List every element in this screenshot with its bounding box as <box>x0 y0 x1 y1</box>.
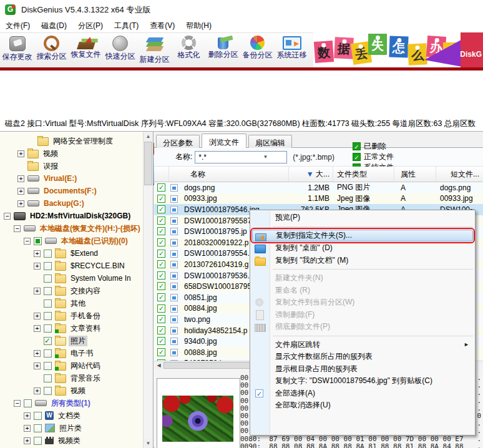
toolbar-button-8[interactable]: 备份分区 <box>240 33 275 68</box>
tree-checkbox[interactable] <box>44 337 52 345</box>
header-type-column[interactable]: 文件类型 <box>333 167 394 182</box>
tree-item[interactable]: +$RECYCLE.BIN <box>0 260 153 272</box>
header-name-column[interactable]: 名称 <box>169 167 289 182</box>
toolbar-button-4[interactable]: 快速分区 <box>103 33 137 68</box>
ad-banner[interactable]: 数据丢失怎么办! DiskG <box>313 32 483 67</box>
filter-checkbox-正常文件[interactable]: ✓正常文件 <box>353 152 394 162</box>
context-menu-item[interactable]: 复制到 "桌面" (D) <box>250 242 475 255</box>
expand-plus-icon[interactable]: + <box>24 425 31 432</box>
tree-scrollbar-thumb[interactable] <box>144 142 152 185</box>
checkbox-checked-icon[interactable]: ✓ <box>353 142 361 150</box>
expand-plus-icon[interactable]: + <box>17 175 24 182</box>
expand-plus-icon[interactable]: + <box>34 313 41 319</box>
row-checkbox[interactable]: ✓ <box>157 195 165 203</box>
tree-checkbox[interactable] <box>44 299 52 308</box>
row-checkbox[interactable]: ✓ <box>157 326 165 334</box>
tree-item[interactable]: −HD2:MsftVirtualDisk(320GB) <box>0 210 153 222</box>
tree-checkbox[interactable] <box>44 324 52 333</box>
tree-item[interactable]: −本地磁盘(恢复文件)(H:)-(损坏) <box>0 222 153 235</box>
tree-checkbox[interactable] <box>34 237 42 245</box>
toolbar-button-1[interactable]: 保存更改 <box>0 33 34 68</box>
header-size-column[interactable]: ▼ 大... <box>289 167 333 182</box>
tree-checkbox[interactable] <box>34 412 42 420</box>
collapse-minus-icon[interactable]: − <box>24 238 31 245</box>
tree-item[interactable]: +电子书 <box>0 347 153 359</box>
collapse-minus-icon[interactable]: − <box>14 400 21 407</box>
toolbar-button-5[interactable]: 新建分区 <box>137 33 172 68</box>
row-checkbox[interactable]: ✓ <box>157 304 165 313</box>
context-menu-item[interactable]: 全部取消选择(U) <box>250 399 475 412</box>
tree-checkbox[interactable] <box>44 275 52 283</box>
menubar-item[interactable]: 查看(V) <box>144 19 180 32</box>
tree-checkbox[interactable] <box>44 362 52 370</box>
expand-plus-icon[interactable]: + <box>34 263 41 270</box>
tree-item[interactable]: +$Extend <box>0 247 153 260</box>
expand-plus-icon[interactable]: + <box>24 412 31 419</box>
tree-item[interactable]: +交接内容 <box>0 285 153 297</box>
checkbox-checked-icon[interactable]: ✓ <box>353 153 361 161</box>
expand-plus-icon[interactable]: + <box>34 363 41 369</box>
row-checkbox[interactable]: ✓ <box>157 238 165 246</box>
tree-checkbox[interactable] <box>44 262 52 270</box>
tree-item[interactable]: −所有类型(1) <box>0 397 153 409</box>
tree-item[interactable]: +文章资料 <box>0 322 153 334</box>
chevron-down-icon[interactable]: ▼ <box>241 154 286 160</box>
toolbar-button-3[interactable]: 恢复文件 <box>69 33 103 68</box>
tree-item[interactable]: +视频 <box>0 147 153 160</box>
tree-checkbox[interactable] <box>44 387 52 395</box>
tree-item[interactable]: +视频类 <box>0 434 153 447</box>
expand-plus-icon[interactable]: + <box>34 350 41 357</box>
tree-checkbox[interactable] <box>44 374 52 382</box>
row-checkbox[interactable]: ✓ <box>157 260 165 268</box>
collapse-minus-icon[interactable]: − <box>4 213 11 220</box>
scroll-up-arrow-icon[interactable]: ▲ <box>144 132 153 141</box>
tree-item[interactable]: −本地磁盘(已识别)(0) <box>0 235 153 247</box>
row-checkbox[interactable]: ✓ <box>157 205 165 213</box>
tree-checkbox[interactable] <box>34 437 42 445</box>
table-row[interactable]: ✓dogs.png1.2MBPNG 图片Adogs.png <box>154 182 483 193</box>
context-menu-item[interactable]: 预览(P) <box>250 212 475 224</box>
menubar-item[interactable]: 磁盘(D) <box>36 19 72 32</box>
tree-item[interactable]: +网站代码 <box>0 359 153 372</box>
row-checkbox[interactable]: ✓ <box>157 217 165 225</box>
header-shortname-column[interactable]: 短文件... <box>436 167 483 182</box>
context-menu-item[interactable]: 复制到指定文件夹(S)... <box>252 230 473 242</box>
tree-item[interactable]: 照片 <box>0 334 153 347</box>
menubar-item[interactable]: 文件(F) <box>0 19 36 32</box>
tree-item[interactable]: 背景音乐 <box>0 372 153 384</box>
tree-item[interactable]: 误报 <box>0 160 153 172</box>
filter-checkbox-已删除[interactable]: ✓已删除 <box>353 141 394 152</box>
collapse-minus-icon[interactable]: − <box>14 225 21 232</box>
expand-plus-icon[interactable]: + <box>34 250 41 257</box>
expand-plus-icon[interactable]: + <box>17 200 24 207</box>
row-checkbox[interactable]: ✓ <box>157 282 165 290</box>
context-menu-item[interactable]: 复制文字: "DSW10001879546.jpg" 到剪贴板(C) <box>250 375 475 387</box>
row-checkbox[interactable]: ✓ <box>157 227 165 235</box>
toolbar-button-2[interactable]: 搜索分区 <box>34 33 69 68</box>
tree-item[interactable]: 其他 <box>0 297 153 309</box>
tree-checkbox[interactable] <box>34 424 42 432</box>
row-checkbox[interactable]: ✓ <box>157 337 165 345</box>
tree-item[interactable]: +Backup(G:) <box>0 197 153 210</box>
context-menu-item[interactable]: 显示根目录占用的簇列表 <box>250 363 475 376</box>
tree-scrollbar[interactable]: ▲ ▼ <box>143 132 153 448</box>
menubar-item[interactable]: 分区(P) <box>72 19 109 32</box>
row-checkbox[interactable]: ✓ <box>157 271 165 280</box>
context-menu-item[interactable]: ✓全部选择(A) <box>250 387 475 400</box>
tree-item[interactable]: System Volume In <box>0 272 153 285</box>
tree-item[interactable]: +手机备份 <box>0 309 153 322</box>
expand-plus-icon[interactable]: + <box>17 188 24 195</box>
toolbar-button-7[interactable]: 删除分区 <box>206 33 240 68</box>
tree-checkbox[interactable] <box>44 312 52 320</box>
menubar-item[interactable]: 工具(T) <box>109 19 144 32</box>
tree-checkbox[interactable] <box>44 349 52 358</box>
menubar-item[interactable]: 帮助(H) <box>180 19 217 32</box>
scroll-down-arrow-icon[interactable]: ▼ <box>144 439 153 448</box>
tree-item[interactable]: 网络安全管理制度 <box>0 135 153 147</box>
tree-item[interactable]: +视频 <box>0 384 153 397</box>
scroll-left-arrow-icon[interactable]: ◀ <box>154 361 163 369</box>
toolbar-button-9[interactable]: 系统迁移 <box>275 33 309 68</box>
tree-item[interactable]: +照片类 <box>0 422 153 434</box>
header-attr-column[interactable]: 属性 <box>394 167 436 182</box>
tree-checkbox[interactable] <box>44 287 52 295</box>
